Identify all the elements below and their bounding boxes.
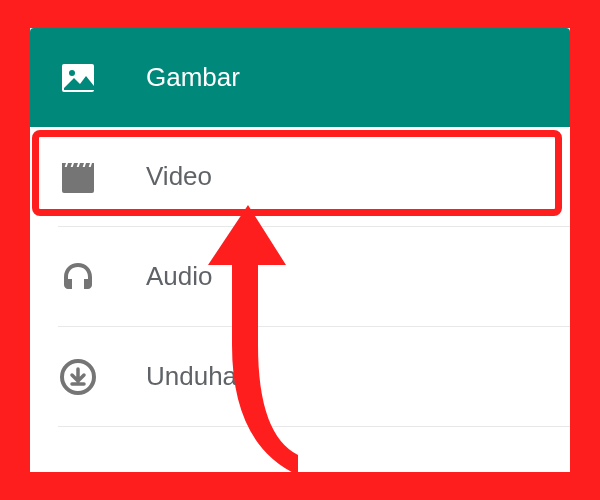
image-icon (58, 58, 98, 98)
menu-item-label: Unduhan (146, 361, 252, 392)
menu-item-label: Video (146, 161, 212, 192)
audio-icon (58, 257, 98, 297)
menu-item-gambar[interactable]: Gambar (30, 28, 570, 127)
divider (58, 426, 570, 427)
download-icon (58, 357, 98, 397)
menu-item-label: Audio (146, 261, 213, 292)
svg-rect-2 (62, 167, 94, 193)
menu-item-audio[interactable]: Audio (30, 227, 570, 326)
menu-item-video[interactable]: Video (30, 127, 570, 226)
video-icon (58, 157, 98, 197)
menu-item-unduhan[interactable]: Unduhan (30, 327, 570, 426)
menu-panel: Gambar Video Audio Unduhan (30, 28, 570, 472)
menu-item-label: Gambar (146, 62, 240, 93)
svg-point-1 (69, 70, 75, 76)
